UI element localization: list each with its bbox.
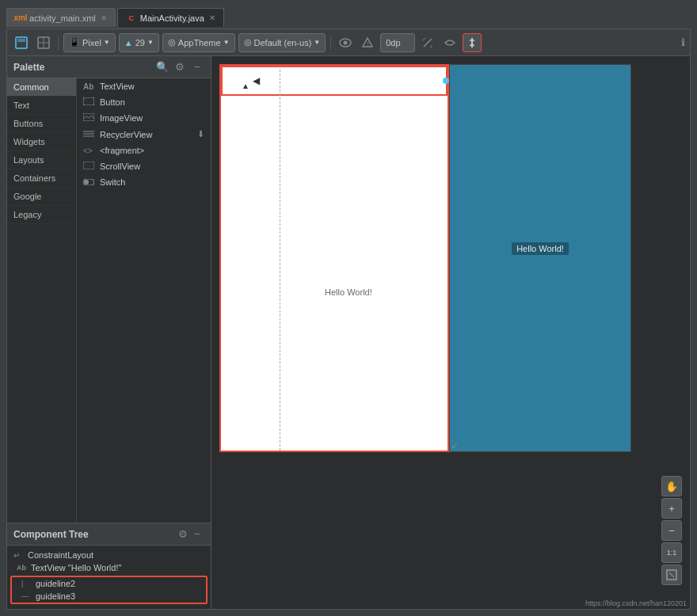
tab-bar: xml activity_main.xml ✕ C MainActivity.j…: [6, 6, 691, 29]
tab-close-main-activity[interactable]: ✕: [209, 13, 215, 22]
palette-content: Common Text Buttons Widgets Layouts Cont…: [7, 78, 211, 523]
download-icon: ⬇: [197, 129, 204, 139]
palette-category-layouts[interactable]: Layouts: [7, 151, 76, 169]
warning-button[interactable]: !: [358, 33, 377, 52]
phone-panel: Hello World! ↙: [449, 64, 631, 452]
toolbar-sep-2: [330, 36, 331, 50]
tree-item-guideline2[interactable]: | guideline2: [12, 577, 206, 590]
phone-layout: ◀ ▲ Hello World!: [219, 64, 631, 452]
svg-line-9: [423, 38, 425, 40]
palette-title: Palette: [13, 62, 155, 73]
component-tree-settings-icon[interactable]: ⚙: [176, 527, 190, 542]
magic-wand-button[interactable]: [418, 33, 437, 52]
zoom-actual-button[interactable]: [661, 565, 682, 585]
palette-category-text[interactable]: Text: [7, 97, 76, 115]
recyclerview-icon: [83, 130, 96, 139]
switch-icon: [83, 177, 96, 187]
tree-item-constraintlayout[interactable]: ↵ ConstraintLayout: [7, 549, 211, 561]
zoom-out-button[interactable]: −: [661, 520, 682, 541]
blueprint-top-section: ◀ ▲: [221, 66, 448, 96]
svg-rect-14: [83, 97, 94, 105]
blueprint-arrow-left: ◀: [253, 75, 260, 86]
palette-panel: Palette 🔍 ⚙ − Common Text Buttons Widget…: [7, 56, 211, 609]
chevron-down-icon-theme: ▼: [223, 39, 230, 46]
tree-highlighted-group: | guideline2 — guideline3: [10, 576, 208, 604]
palette-item-fragment[interactable]: <> <fragment>: [77, 143, 211, 158]
palette-search-icon[interactable]: 🔍: [155, 60, 169, 74]
svg-line-10: [430, 45, 432, 48]
palette-item-scrollview[interactable]: ScrollView: [77, 158, 211, 174]
palette-category-containers[interactable]: Containers: [7, 169, 76, 188]
svg-text:!: !: [368, 40, 369, 46]
transform-button[interactable]: [440, 33, 459, 52]
design-canvas: ◀ ▲ Hello World!: [219, 64, 631, 452]
canvas-area: ◀ ▲ Hello World!: [211, 56, 690, 609]
palette-settings-icon[interactable]: ⚙: [173, 60, 187, 74]
chevron-down-icon-locale: ▼: [314, 39, 320, 46]
phone-icon: 📱: [69, 37, 80, 48]
offset-input[interactable]: 0dp: [380, 33, 415, 52]
design-toolbar: 📱 Pixel ▼ ▲ 29 ▼ ◎ AppTheme ▼ ◎ Default …: [7, 29, 690, 56]
component-tree-header: Component Tree ⚙ −: [7, 523, 211, 546]
chevron-down-icon-api: ▼: [147, 39, 154, 46]
resize-handle[interactable]: ↙: [451, 441, 458, 450]
device-selector[interactable]: 📱 Pixel ▼: [63, 33, 116, 52]
phone-hello-text: Hello World!: [512, 242, 569, 255]
svg-point-21: [84, 180, 89, 184]
palette-item-imageview[interactable]: ImageView: [77, 110, 211, 126]
palette-category-google[interactable]: Google: [7, 188, 76, 206]
guideline-v-icon: |: [21, 580, 32, 587]
component-tree-content: ↵ ConstraintLayout Ab TextView "Hello Wo…: [7, 546, 211, 609]
palette-item-switch[interactable]: Switch: [77, 174, 211, 190]
component-tree-minimize-icon[interactable]: −: [190, 527, 204, 542]
xml-file-icon: xml: [15, 13, 26, 24]
blueprint-constraint-dot: [443, 78, 449, 84]
theme-selector[interactable]: ◎ AppTheme ▼: [162, 33, 235, 52]
api-level-selector[interactable]: ▲ 29 ▼: [119, 33, 159, 52]
locale-selector[interactable]: ◎ Default (en-us) ▼: [238, 33, 326, 52]
component-tree: Component Tree ⚙ − ↵ ConstraintLayout Ab…: [7, 523, 211, 609]
blueprint-guideline-v: [280, 66, 280, 451]
design-mode-button[interactable]: [12, 33, 31, 52]
palette-header: Palette 🔍 ⚙ −: [7, 56, 211, 78]
zoom-in-button[interactable]: +: [661, 498, 682, 519]
palette-category-buttons[interactable]: Buttons: [7, 115, 76, 133]
info-button[interactable]: ℹ: [681, 36, 685, 48]
palette-category-common[interactable]: Common: [7, 78, 76, 97]
tab-activity-main[interactable]: xml activity_main.xml ✕: [6, 8, 116, 27]
svg-line-8: [424, 39, 432, 47]
blueprint-mode-button[interactable]: [34, 33, 53, 52]
tree-item-textview[interactable]: Ab TextView "Hello World!": [7, 561, 211, 574]
cursor-button[interactable]: [463, 33, 482, 52]
watermark: https://blog.csdn.net/han120201: [585, 599, 687, 607]
right-controls: ✋ + − 1:1: [661, 476, 682, 585]
palette-category-legacy[interactable]: Legacy: [7, 206, 76, 224]
eye-button[interactable]: [336, 33, 355, 52]
toolbar-sep-1: [58, 36, 59, 50]
palette-categories: Common Text Buttons Widgets Layouts Cont…: [7, 78, 77, 523]
zoom-fit-button[interactable]: 1:1: [661, 542, 682, 563]
palette-item-button[interactable]: Button: [77, 94, 211, 110]
button-icon: [83, 97, 96, 107]
pan-button[interactable]: ✋: [661, 476, 682, 496]
textview-icon: Ab: [83, 82, 96, 91]
palette-category-widgets[interactable]: Widgets: [7, 133, 76, 151]
ide-body: 📱 Pixel ▼ ▲ 29 ▼ ◎ AppTheme ▼ ◎ Default …: [6, 29, 691, 610]
palette-item-recyclerview[interactable]: RecyclerView ⬇: [77, 126, 211, 143]
fragment-icon: <>: [83, 146, 96, 155]
imageview-icon: [83, 113, 96, 123]
api-icon: ▲: [124, 38, 133, 48]
blueprint-panel[interactable]: ◀ ▲ Hello World!: [219, 64, 449, 452]
tab-main-activity[interactable]: C MainActivity.java ✕: [117, 8, 224, 27]
main-window: xml activity_main.xml ✕ C MainActivity.j…: [0, 0, 697, 616]
blueprint-inner: ◀ ▲ Hello World!: [221, 66, 448, 451]
blueprint-arrow-up: ▲: [242, 82, 249, 90]
tree-item-guideline3[interactable]: — guideline3: [12, 590, 206, 603]
component-tree-title: Component Tree: [13, 529, 176, 540]
palette-minimize-icon[interactable]: −: [190, 60, 204, 74]
palette-item-textview[interactable]: Ab TextView: [77, 78, 211, 94]
tab-close-activity-main[interactable]: ✕: [101, 13, 107, 22]
svg-point-6: [344, 40, 348, 44]
scrollview-icon: [83, 162, 96, 171]
constraintlayout-icon: ↵: [13, 551, 25, 560]
